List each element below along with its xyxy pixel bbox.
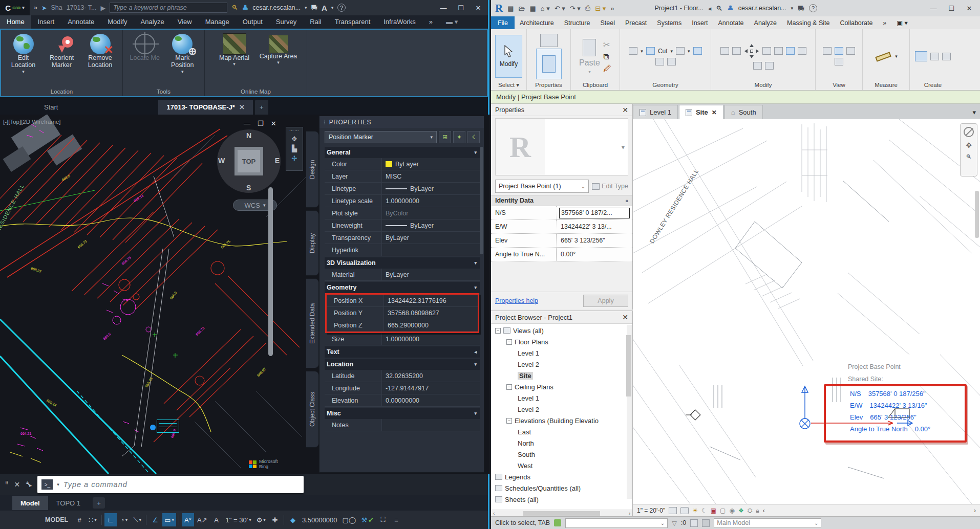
title-collapse-icon[interactable]: ◂ bbox=[708, 5, 712, 12]
wall-joins-icon[interactable] bbox=[655, 58, 664, 65]
select-objects-icon[interactable]: ✦ bbox=[453, 131, 465, 143]
mark-position-button[interactable]: ⊕ Mark Position▾ bbox=[165, 33, 201, 74]
grid-icon[interactable]: # bbox=[73, 513, 86, 526]
survey-tool-icon[interactable]: ✥ bbox=[292, 135, 297, 143]
palette-tab-object-class[interactable]: Object Class bbox=[306, 371, 319, 448]
apply-button[interactable]: Apply bbox=[583, 295, 628, 307]
override-graphics-icon[interactable] bbox=[846, 47, 855, 55]
close-browser-icon[interactable]: ✕ bbox=[622, 313, 628, 321]
property-value-cell[interactable]: 357568' 0 187/2... bbox=[559, 208, 630, 218]
tree-item-label[interactable]: East bbox=[518, 428, 531, 436]
tray-plus-icon[interactable]: ✚ bbox=[269, 513, 281, 526]
editable-only-icon[interactable] bbox=[690, 519, 698, 527]
canvas-scrollbar[interactable] bbox=[975, 191, 979, 238]
tree-item[interactable]: South bbox=[491, 449, 632, 460]
property-row[interactable]: Elevation0.00000000 bbox=[325, 394, 480, 407]
property-value[interactable]: 665' 3 123/256" bbox=[557, 234, 632, 247]
revit-tab-collaborate[interactable]: Collaborate bbox=[835, 19, 878, 27]
tree-item[interactable]: Level 2 bbox=[491, 404, 632, 415]
point-group-icon[interactable]: ▙ bbox=[292, 145, 297, 152]
tree-item-label[interactable]: North bbox=[518, 439, 534, 447]
revit-tab-annotate[interactable]: Annotate bbox=[713, 19, 749, 27]
measure-ruler-icon[interactable] bbox=[875, 49, 892, 64]
ribbon-display-icon[interactable]: ▬ ▾ bbox=[439, 15, 464, 29]
revit-user-name[interactable]: cesar.r.escalan... bbox=[738, 5, 786, 12]
property-value[interactable]: 1.00000000 bbox=[382, 333, 480, 345]
annotation-visibility-icon[interactable]: A° bbox=[182, 513, 194, 526]
viewcube[interactable]: TOP N S W E bbox=[217, 129, 281, 193]
tree-item[interactable]: −Floor Plans bbox=[491, 336, 632, 347]
create-similar-icon[interactable] bbox=[930, 53, 939, 60]
share-label[interactable]: Sha bbox=[51, 4, 62, 11]
trim-icon[interactable] bbox=[786, 47, 795, 55]
viewport-scale-control[interactable]: 1" = 30' ▾ bbox=[224, 513, 253, 526]
cope-icon[interactable] bbox=[629, 47, 637, 55]
measure-panel-label[interactable]: Measure bbox=[863, 81, 909, 90]
acad-tab-manage[interactable]: Manage bbox=[199, 15, 236, 29]
doc-tab-active[interactable]: 17013- TOPOBASE-J*✕ bbox=[158, 100, 252, 115]
browser-hscrollbar[interactable]: ‹› bbox=[491, 510, 632, 516]
property-row[interactable]: Notes bbox=[325, 419, 480, 431]
layout-tab-model[interactable]: Model bbox=[12, 496, 48, 510]
identity-data-header[interactable]: Identity Data« bbox=[491, 195, 632, 206]
acad-tab-view[interactable]: View bbox=[171, 15, 199, 29]
hide-elements-icon[interactable] bbox=[835, 47, 843, 55]
fullscreen-icon[interactable]: ⛶ bbox=[377, 513, 389, 526]
search-binoculars-icon[interactable]: 🔍︎ bbox=[716, 5, 722, 12]
autoscale-icon[interactable]: A↗ bbox=[195, 513, 209, 526]
property-row[interactable]: MaterialByLayer bbox=[325, 269, 480, 281]
qat-expand-icon[interactable]: » bbox=[610, 5, 614, 12]
modify-panel-label[interactable]: Modify bbox=[711, 81, 815, 90]
palette-tab-design[interactable]: Design bbox=[306, 131, 319, 208]
demolish-hammer-icon[interactable] bbox=[667, 58, 676, 65]
revit-tab-systems[interactable]: Systems bbox=[652, 19, 687, 27]
property-row[interactable]: Longitude-127.91447917 bbox=[325, 382, 480, 394]
measure-icon[interactable]: ⊟ ▾ bbox=[595, 5, 606, 12]
customize-wrench-icon[interactable]: 🔧︎ bbox=[25, 480, 32, 489]
browser-vscrollbar[interactable] bbox=[627, 325, 632, 499]
close-button[interactable]: ✕ bbox=[472, 2, 485, 13]
section-header-general[interactable]: General▾ bbox=[325, 147, 480, 158]
select-panel-label[interactable]: Select ▾ bbox=[491, 81, 526, 90]
view-tab-label[interactable]: South bbox=[739, 108, 756, 116]
properties-help-link[interactable]: Properties help bbox=[495, 297, 538, 304]
tree-item[interactable]: −Ceiling Plans bbox=[491, 381, 632, 392]
viewcube-north[interactable]: N bbox=[246, 131, 251, 140]
array-icon[interactable] bbox=[753, 62, 762, 70]
map-aerial-button[interactable]: Map Aerial▾ bbox=[213, 33, 256, 67]
constraints-icon[interactable]: 🔒︎ bbox=[756, 507, 759, 514]
polar-tracking-icon[interactable]: ◔ ▾ bbox=[118, 513, 130, 526]
detail-level-icon[interactable] bbox=[669, 507, 677, 514]
view-scale-control[interactable]: 1" = 20'-0" bbox=[637, 507, 665, 514]
point-number-icon[interactable]: ✢ bbox=[292, 155, 297, 162]
matchline-icon[interactable] bbox=[823, 47, 832, 55]
section-collapse-icon[interactable]: ▾ bbox=[474, 260, 477, 266]
viewcube-east[interactable]: E bbox=[275, 157, 280, 165]
property-row[interactable]: LinetypeByLayer bbox=[325, 183, 480, 195]
view-tab-level-1[interactable]: Level 1 bbox=[633, 105, 678, 119]
vp-restore-icon[interactable]: ❐ bbox=[258, 120, 264, 127]
revit-tab-architecture[interactable]: Architecture bbox=[515, 19, 559, 27]
tree-item[interactable]: Sheets (all) bbox=[491, 494, 632, 505]
acad-tab-analyze[interactable]: Analyze bbox=[134, 15, 171, 29]
property-row[interactable]: Linetype scale1.00000000 bbox=[325, 195, 480, 207]
workset-dropdown[interactable]: ⌄ bbox=[565, 518, 668, 528]
property-value-cell[interactable]: 13424422' 3 13/... bbox=[559, 222, 630, 232]
help-icon[interactable]: ? bbox=[809, 4, 817, 12]
new-layout-button[interactable]: + bbox=[93, 497, 105, 509]
geometry-panel-label[interactable]: Geometry bbox=[620, 81, 711, 90]
tree-item[interactable]: Legends bbox=[491, 471, 632, 482]
online-map-panel-label[interactable]: Online Map bbox=[205, 87, 307, 96]
section-header-text[interactable]: Text◂ bbox=[325, 346, 480, 358]
property-value[interactable]: 1.00000000 bbox=[382, 195, 480, 207]
property-value[interactable]: ByLayer bbox=[382, 269, 480, 280]
view-tab-label[interactable]: Level 1 bbox=[650, 108, 671, 116]
view-tab-label[interactable]: Site bbox=[696, 108, 708, 116]
quick-select-icon[interactable]: ☇ bbox=[467, 131, 480, 143]
filter-icon[interactable]: ▽ bbox=[672, 519, 677, 527]
revit-tab-structure[interactable]: Structure bbox=[559, 19, 595, 27]
redo-icon[interactable]: ↷ ▾ bbox=[570, 5, 581, 12]
property-row[interactable]: Plot styleByColor bbox=[325, 207, 480, 219]
section-collapse-icon[interactable]: ▾ bbox=[474, 285, 477, 290]
acad-app-button[interactable]: CC3D▾ bbox=[0, 0, 30, 15]
